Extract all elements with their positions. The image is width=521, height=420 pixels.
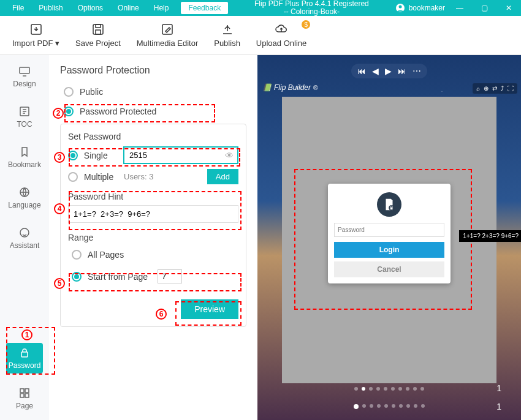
cloud-upload-icon	[275, 23, 288, 36]
single-password-input[interactable]	[123, 146, 238, 164]
book-logo-icon: 📗	[262, 83, 272, 92]
sidebar-toc-label: TOC	[17, 120, 32, 129]
login-password-input[interactable]	[334, 223, 444, 237]
close-button[interactable]: ✕	[496, 1, 521, 15]
more-icon[interactable]: ⋯	[413, 66, 421, 76]
start-from-radio[interactable]	[72, 272, 82, 282]
public-radio-row[interactable]: Public	[60, 84, 246, 99]
multiple-password-row: Multiple Users: 3 Add	[68, 169, 238, 184]
panel-title: Password Protection	[60, 65, 246, 76]
preview-toolbar[interactable]: ⌕ ⊕ ⇄ ⤴ ⛶	[473, 83, 517, 94]
password-hint-section: Password Hint	[68, 192, 238, 223]
set-password-label: Set Password	[68, 132, 238, 141]
upload-label: Upload Online	[256, 39, 306, 48]
menu-publish[interactable]: Publish	[31, 1, 70, 15]
import-label: Import PDF ▾	[12, 39, 59, 48]
single-label: Single	[84, 151, 117, 160]
all-pages-label: All Pages	[88, 250, 124, 260]
upload-online-button[interactable]: $ Upload Online	[256, 23, 306, 48]
sidebar-item-design[interactable]: Design	[6, 61, 43, 92]
svg-rect-3	[93, 24, 103, 34]
menu-online[interactable]: Online	[110, 1, 146, 15]
range-label: Range	[68, 233, 238, 242]
svg-rect-11	[21, 352, 28, 357]
sidebar-design-label: Design	[13, 80, 36, 88]
single-radio[interactable]	[68, 151, 78, 160]
user-name: bookmaker	[409, 4, 445, 12]
feedback-button[interactable]: Feedback	[181, 2, 228, 14]
first-page-icon[interactable]: ⏮	[357, 66, 366, 76]
start-from-label: Start from Page	[88, 272, 148, 282]
multiple-radio[interactable]	[68, 172, 78, 182]
add-user-button[interactable]: Add	[207, 169, 238, 184]
start-from-row[interactable]: Start from Page	[68, 267, 238, 286]
lock-doc-icon	[377, 192, 401, 217]
book-preview: ⏮ ◀ ▶ ⏭ ⋯ 📗 Flip Builder® ⌕ ⊕ ⇄ ⤴ ⛶ Logi…	[257, 55, 521, 420]
svg-rect-17	[390, 208, 393, 210]
protected-radio[interactable]	[64, 107, 74, 116]
sidebar-item-assistant[interactable]: Assistant	[6, 223, 43, 253]
sidebar-item-password[interactable]: Password	[6, 343, 43, 373]
public-label: Public	[80, 87, 103, 97]
arrows-icon[interactable]: ⇄	[492, 85, 497, 92]
publish-button[interactable]: Publish	[214, 23, 240, 48]
sidebar-item-page[interactable]: Page	[6, 383, 43, 414]
single-password-row: Single 👁	[68, 146, 238, 164]
share-icon[interactable]: ⤴	[501, 85, 504, 92]
sidebar-bookmark-label: Bookmark	[8, 160, 41, 169]
preview-button[interactable]: Preview	[181, 299, 238, 319]
start-page-input[interactable]	[158, 269, 182, 283]
eye-icon[interactable]: 👁	[225, 151, 234, 160]
svg-rect-12	[20, 389, 24, 392]
preview-nav-bar[interactable]: ⏮ ◀ ▶ ⏭ ⋯	[351, 64, 427, 78]
sidebar-item-bookmark[interactable]: Bookmark	[6, 142, 43, 173]
import-pdf-button[interactable]: Import PDF ▾	[12, 23, 59, 48]
all-pages-radio[interactable]	[72, 250, 82, 260]
menu-bar: File Publish Options Online Help	[0, 1, 176, 15]
sidebar-language-label: Language	[8, 201, 40, 209]
grid-icon	[18, 387, 31, 399]
public-radio[interactable]	[64, 87, 74, 97]
cancel-button[interactable]: Cancel	[334, 261, 444, 277]
title-bar: File Publish Options Online Help Feedbac…	[0, 0, 521, 16]
zoom-icon[interactable]: ⊕	[484, 85, 489, 92]
search-icon[interactable]: ⌕	[476, 85, 480, 92]
last-page-icon[interactable]: ⏭	[398, 66, 406, 76]
page-num-top: 1	[496, 383, 501, 393]
next-page-icon[interactable]: ▶	[385, 66, 392, 76]
menu-help[interactable]: Help	[146, 1, 177, 15]
protected-radio-row[interactable]: Password Protected	[60, 104, 246, 119]
monitor-icon	[18, 65, 31, 77]
login-button[interactable]: Login	[334, 242, 444, 258]
sidebar-item-language[interactable]: Language	[6, 182, 43, 213]
page-dots[interactable]	[354, 404, 425, 409]
range-section: Range All Pages Start from Page	[68, 233, 238, 286]
login-dialog: Login Cancel	[328, 184, 451, 283]
prev-page-icon[interactable]: ◀	[372, 66, 379, 76]
page-num-bottom: 1	[496, 402, 501, 411]
users-count: Users: 3	[124, 172, 201, 181]
brand-text: Flip Builder	[274, 83, 311, 92]
minimize-button[interactable]: —	[447, 1, 472, 15]
sidebar-password-label: Password	[9, 361, 41, 370]
fullscreen-icon[interactable]: ⛶	[508, 85, 514, 92]
edit-icon	[161, 23, 174, 36]
password-panel: Password Protection Public Password Prot…	[49, 55, 257, 420]
toc-icon	[18, 105, 31, 118]
theme-dots[interactable]	[354, 387, 424, 391]
set-password-panel: Set Password Single 👁 Multiple Users: 3 …	[60, 124, 246, 327]
all-pages-row[interactable]: All Pages	[68, 247, 238, 262]
menu-file[interactable]: File	[5, 1, 31, 15]
hint-input[interactable]	[68, 205, 238, 223]
multimedia-editor-button[interactable]: Multimedia Editor	[137, 23, 198, 48]
maximize-button[interactable]: ▢	[472, 1, 496, 15]
lock-icon	[18, 347, 31, 359]
window-controls: — ▢ ✕	[447, 1, 521, 15]
save-project-button[interactable]: Save Project	[75, 23, 121, 48]
user-area[interactable]: bookmaker	[395, 3, 447, 13]
hint-label: Password Hint	[68, 192, 238, 201]
menu-options[interactable]: Options	[70, 1, 110, 15]
sidebar-item-toc[interactable]: TOC	[6, 102, 43, 132]
svg-rect-4	[96, 24, 101, 28]
svg-rect-15	[25, 394, 29, 397]
